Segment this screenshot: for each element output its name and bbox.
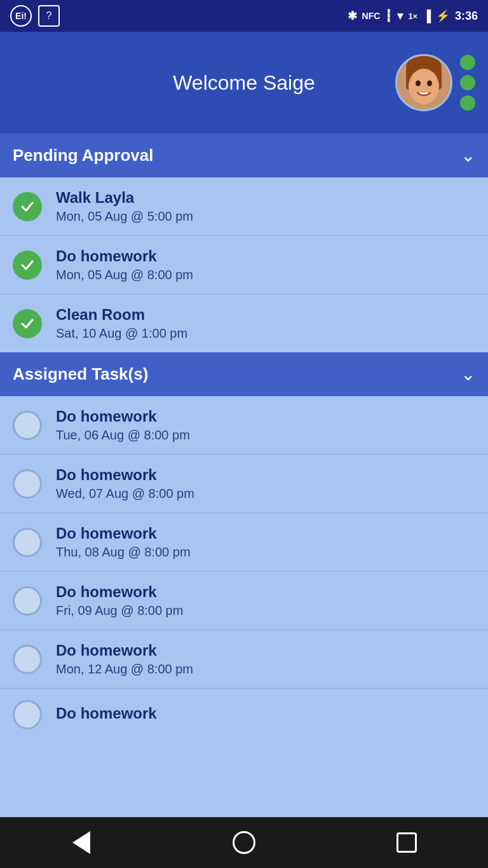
task-info: Do homework Tue, 06 Aug @ 8:00 pm [56, 408, 475, 443]
dots-menu[interactable] [460, 55, 475, 111]
pending-approval-list: Walk Layla Mon, 05 Aug @ 5:00 pm Do home… [0, 177, 488, 352]
vibrate-icon: ┇ [385, 9, 392, 23]
assigned-tasks-header[interactable]: Assigned Task(s) ⌄ [0, 352, 488, 396]
task-checkbox[interactable] [13, 469, 42, 499]
pending-approval-header[interactable]: Pending Approval ⌄ [0, 134, 488, 177]
task-info: Do homework Fri, 09 Aug @ 8:00 pm [56, 583, 475, 618]
bluetooth-icon: ✱ [348, 9, 357, 23]
wifi-icon: ▾ [397, 9, 403, 23]
task-title: Walk Layla [56, 189, 475, 207]
task-date: Wed, 07 Aug @ 8:00 pm [56, 486, 475, 501]
task-checkbox[interactable] [13, 700, 42, 729]
user-avatar[interactable] [395, 54, 452, 111]
task-info: Do homework Thu, 08 Aug @ 8:00 pm [56, 525, 475, 560]
task-date: Tue, 06 Aug @ 8:00 pm [56, 428, 475, 443]
task-title: Do homework [56, 466, 475, 484]
time-display: 3:36 [455, 10, 478, 23]
assigned-tasks-section: Assigned Task(s) ⌄ Do homework Tue, 06 A… [0, 352, 488, 741]
task-date: Sat, 10 Aug @ 1:00 pm [56, 326, 475, 341]
task-date: Fri, 09 Aug @ 8:00 pm [56, 603, 475, 618]
task-title: Do homework [56, 408, 475, 425]
task-item[interactable]: Do homework Thu, 08 Aug @ 8:00 pm [0, 513, 488, 572]
task-checkbox[interactable] [13, 251, 42, 280]
task-info: Clean Room Sat, 10 Aug @ 1:00 pm [56, 306, 475, 341]
battery-icon: ⚡ [436, 9, 450, 23]
bottom-nav [0, 817, 488, 868]
q-app-icon[interactable]: ? [38, 5, 60, 27]
menu-dot-3 [460, 95, 475, 111]
task-item[interactable]: Do homework Wed, 07 Aug @ 8:00 pm [0, 455, 488, 513]
task-checkbox[interactable] [13, 192, 42, 221]
header-right-area [395, 54, 475, 111]
assigned-tasks-title: Assigned Task(s) [13, 364, 148, 384]
status-bar-left: Ei! ? [10, 5, 60, 27]
task-checkbox[interactable] [13, 411, 42, 440]
signal-icon: 1× [408, 11, 417, 21]
app-header: Welcome Saige [0, 32, 488, 134]
task-date: Mon, 05 Aug @ 8:00 pm [56, 268, 475, 282]
task-item[interactable]: Do homework [0, 689, 488, 741]
nfc-icon: NFC [362, 11, 381, 21]
task-info: Do homework Mon, 05 Aug @ 8:00 pm [56, 247, 475, 282]
back-button[interactable] [65, 827, 97, 858]
task-checkbox[interactable] [13, 645, 42, 674]
back-icon [72, 831, 90, 854]
task-info: Do homework Wed, 07 Aug @ 8:00 pm [56, 466, 475, 501]
task-checkbox[interactable] [13, 528, 42, 557]
status-bar-right: ✱ NFC ┇ ▾ 1× ▐ ⚡ 3:36 [348, 9, 478, 23]
status-bar: Ei! ? ✱ NFC ┇ ▾ 1× ▐ ⚡ 3:36 [0, 0, 488, 32]
task-info: Do homework [56, 705, 475, 725]
svg-point-6 [427, 81, 432, 86]
task-item[interactable]: Do homework Tue, 06 Aug @ 8:00 pm [0, 396, 488, 455]
task-title: Do homework [56, 247, 475, 265]
task-title: Do homework [56, 583, 475, 601]
task-date: Mon, 12 Aug @ 8:00 pm [56, 662, 475, 677]
ei-app-icon[interactable]: Ei! [10, 5, 32, 27]
home-button[interactable] [228, 827, 260, 858]
assigned-tasks-chevron: ⌄ [461, 364, 475, 385]
menu-dot-2 [460, 75, 475, 90]
task-info: Walk Layla Mon, 05 Aug @ 5:00 pm [56, 189, 475, 224]
pending-approval-section: Pending Approval ⌄ Walk Layla Mon, 05 Au… [0, 134, 488, 352]
welcome-title: Welcome Saige [173, 71, 315, 95]
svg-point-4 [409, 69, 439, 104]
recents-icon [396, 832, 417, 853]
menu-dot-1 [460, 55, 475, 70]
task-item[interactable]: Clean Room Sat, 10 Aug @ 1:00 pm [0, 294, 488, 352]
task-info: Do homework Mon, 12 Aug @ 8:00 pm [56, 642, 475, 677]
task-item[interactable]: Do homework Mon, 12 Aug @ 8:00 pm [0, 630, 488, 689]
pending-approval-title: Pending Approval [13, 146, 154, 165]
task-title: Do homework [56, 642, 475, 659]
signal-bars-icon: ▐ [423, 10, 431, 23]
task-item[interactable]: Do homework Fri, 09 Aug @ 8:00 pm [0, 572, 488, 630]
task-title: Do homework [56, 705, 475, 722]
recents-button[interactable] [391, 827, 423, 858]
task-checkbox[interactable] [13, 309, 42, 338]
task-checkbox[interactable] [13, 586, 42, 616]
home-icon [233, 831, 255, 854]
svg-point-5 [416, 81, 421, 86]
task-title: Clean Room [56, 306, 475, 324]
task-item[interactable]: Walk Layla Mon, 05 Aug @ 5:00 pm [0, 177, 488, 236]
task-date: Thu, 08 Aug @ 8:00 pm [56, 545, 475, 560]
task-item[interactable]: Do homework Mon, 05 Aug @ 8:00 pm [0, 236, 488, 294]
task-title: Do homework [56, 525, 475, 542]
task-date: Mon, 05 Aug @ 5:00 pm [56, 209, 475, 224]
pending-approval-chevron: ⌄ [461, 145, 475, 166]
assigned-tasks-list: Do homework Tue, 06 Aug @ 8:00 pm Do hom… [0, 396, 488, 741]
